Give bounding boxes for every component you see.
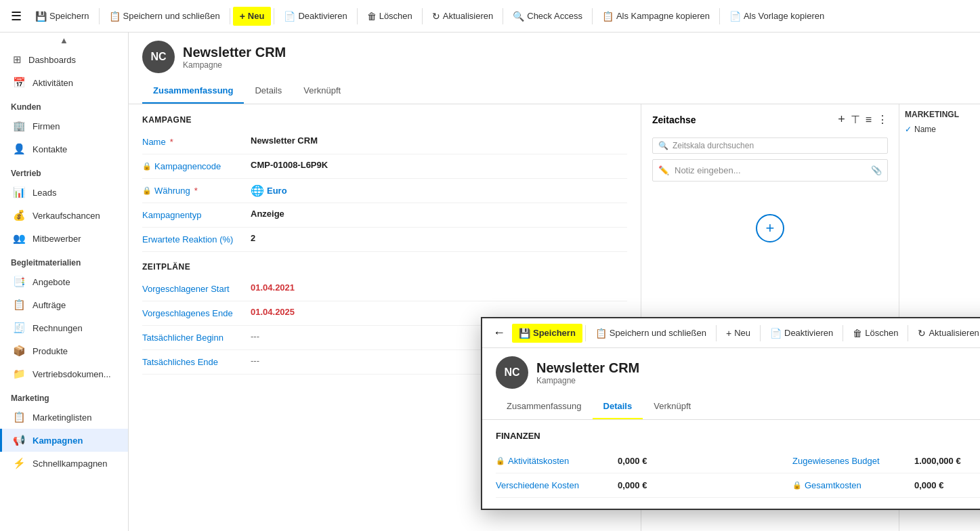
sidebar-item-dashboards[interactable]: ⊞Dashboards bbox=[0, 48, 128, 71]
sub-save-close-icon: 📋 bbox=[595, 328, 607, 339]
timeline-search[interactable]: 🔍 Zeitskala durchsuchen bbox=[652, 137, 888, 154]
sub-tab-details[interactable]: Details bbox=[593, 394, 643, 419]
zeitplaene-label: Vorgeschlagener Start bbox=[142, 282, 251, 294]
sidebar-item-schnellkampagnen[interactable]: ⚡Schnellkampagnen bbox=[0, 452, 128, 475]
field-value: Anzeige bbox=[251, 209, 627, 219]
field-label: 🔒Kampagnencode bbox=[142, 160, 251, 171]
sub-save-close-button[interactable]: 📋Speichern und schließen bbox=[589, 324, 713, 343]
rechnungen-nav-icon: 🧾 bbox=[13, 322, 26, 334]
sub-back-button[interactable]: ← bbox=[488, 323, 511, 343]
sidebar-item-rechnungen[interactable]: 🧾Rechnungen bbox=[0, 316, 128, 339]
auftraege-nav-icon: 📋 bbox=[13, 299, 26, 311]
sub-record-title: Newsletter CRM bbox=[536, 360, 639, 376]
note-placeholder: Notiz eingeben... bbox=[675, 165, 741, 175]
delete-button[interactable]: 🗑Löschen bbox=[360, 7, 419, 26]
update-button[interactable]: ↻Aktualisieren bbox=[425, 7, 500, 26]
zeitplaene-label: Vorgeschlagenes Ende bbox=[142, 307, 251, 318]
save-close-icon: 📋 bbox=[109, 11, 121, 22]
sidebar-scroll-up[interactable]: ▲ bbox=[0, 33, 128, 48]
sub-save-icon: 💾 bbox=[519, 328, 530, 339]
save-button[interactable]: 💾Speichern bbox=[28, 7, 96, 26]
hamburger-menu[interactable]: ☰ bbox=[5, 5, 27, 28]
sidebar-item-vertriebsdokumente[interactable]: 📁Vertriebsdokumen... bbox=[0, 362, 128, 385]
tab-details[interactable]: Details bbox=[244, 79, 293, 104]
tab-zusammenfassung[interactable]: Zusammenfassung bbox=[142, 79, 244, 104]
check-access-icon: 🔍 bbox=[513, 11, 524, 22]
sidebar-item-angebote[interactable]: 📑Angebote bbox=[0, 270, 128, 293]
timeline-add-icon[interactable]: + bbox=[838, 112, 845, 127]
delete-icon: 🗑 bbox=[367, 11, 377, 22]
verschiedene-kosten-value: 0,000 € bbox=[618, 480, 792, 490]
field-value: CMP-01008-L6P9K bbox=[251, 160, 627, 170]
zeitplaene-value: 01.04.2025 bbox=[251, 307, 627, 317]
kampagne-field-row: Erwartete Reaktion (%) 2 bbox=[142, 228, 627, 252]
verkaufschancen-nav-icon: 💰 bbox=[13, 209, 26, 221]
sidebar-label-mitbewerber: Mitbewerber bbox=[33, 234, 81, 244]
deactivate-button[interactable]: 📄Deaktivieren bbox=[277, 7, 354, 26]
marketinglisten-nav-icon: 📋 bbox=[13, 411, 26, 423]
deactivate-icon: 📄 bbox=[284, 11, 295, 22]
zeitplaene-section-header: ZEITPLÄNE bbox=[142, 262, 627, 277]
schnellkampagnen-nav-icon: ⚡ bbox=[13, 457, 26, 469]
kampagnen-nav-icon: 📢 bbox=[13, 434, 26, 446]
sidebar-label-leads: Leads bbox=[33, 188, 56, 198]
sidebar-section-kunden: Kunden bbox=[0, 94, 128, 114]
sidebar-item-marketinglisten[interactable]: 📋Marketinglisten bbox=[0, 406, 128, 429]
tab-verknuepft[interactable]: Verknüpft bbox=[293, 79, 351, 104]
new-button[interactable]: +Neu bbox=[233, 7, 272, 26]
sidebar-item-firmen[interactable]: 🏢Firmen bbox=[0, 114, 128, 137]
copy-template-button[interactable]: 📄Als Vorlage kopieren bbox=[723, 7, 831, 26]
sub-deactivate-button[interactable]: 📄Deaktivieren bbox=[763, 324, 840, 343]
marketing-name-label: Name bbox=[914, 125, 936, 134]
timeline-add-circle[interactable]: + bbox=[756, 214, 784, 242]
sidebar-item-mitbewerber[interactable]: 👥Mitbewerber bbox=[0, 227, 128, 250]
sidebar-item-produkte[interactable]: 📦Produkte bbox=[0, 339, 128, 362]
copy-template-icon: 📄 bbox=[729, 11, 741, 22]
sub-tab-zusammenfassung[interactable]: Zusammenfassung bbox=[496, 394, 593, 419]
timeline-more-icon[interactable]: ⋮ bbox=[877, 113, 888, 126]
sub-delete-button[interactable]: 🗑Löschen bbox=[846, 324, 905, 343]
gesamtkosten-value: 0,000 € bbox=[914, 480, 980, 490]
sidebar-item-auftraege[interactable]: 📋Aufträge bbox=[0, 293, 128, 316]
sidebar-item-verkaufschancen[interactable]: 💰Verkaufschancen bbox=[0, 204, 128, 227]
timeline-search-icon: 🔍 bbox=[658, 141, 668, 150]
sidebar-label-dashboards: Dashboards bbox=[28, 55, 76, 65]
check-access-button[interactable]: 🔍Check Access bbox=[506, 7, 589, 26]
new-icon: + bbox=[240, 11, 245, 22]
lock-gesamt-icon: 🔒 bbox=[792, 481, 802, 490]
sub-tab-verknuepft[interactable]: Verknüpft bbox=[643, 394, 702, 419]
field-value: 🌐Euro bbox=[251, 184, 627, 197]
leads-nav-icon: 📊 bbox=[13, 186, 26, 198]
zeitplaene-value: 01.04.2021 bbox=[251, 282, 627, 293]
sub-field-zugewiesenes-budget: Zugewiesenes Budget 1.000,000 € bbox=[792, 449, 980, 473]
timeline-note-input[interactable]: ✏️ Notiz eingeben... 📎 bbox=[652, 159, 888, 182]
timeline-list-icon[interactable]: ≡ bbox=[866, 114, 872, 126]
sidebar-item-activities[interactable]: 📅Aktivitäten bbox=[0, 71, 128, 94]
timeline-actions: + ⊤ ≡ ⋮ bbox=[838, 112, 888, 127]
sidebar-item-kontakte[interactable]: 👤Kontakte bbox=[0, 137, 128, 161]
sub-new-button[interactable]: +Neu bbox=[719, 324, 757, 343]
sub-record-header: NC Newsletter CRM Kampagne bbox=[482, 348, 980, 389]
firmen-nav-icon: 🏢 bbox=[13, 120, 26, 132]
kontakte-nav-icon: 👤 bbox=[13, 143, 26, 155]
save-close-button[interactable]: 📋Speichern und schließen bbox=[102, 7, 227, 26]
zeitplaene-label: Tatsächlicher Beginn bbox=[142, 331, 251, 343]
sub-update-button[interactable]: ↻Aktualisieren bbox=[911, 324, 980, 343]
required-indicator: * bbox=[170, 137, 173, 147]
field-label: Name* bbox=[142, 135, 251, 147]
angebote-nav-icon: 📑 bbox=[13, 276, 26, 288]
timeline-filter-icon[interactable]: ⊤ bbox=[851, 113, 860, 126]
kampagne-field-row: 🔒Kampagnencode CMP-01008-L6P9K bbox=[142, 154, 627, 179]
kampagne-section-header: KAMPAGNE bbox=[142, 115, 627, 130]
sub-field-aktivitaetskosten: 🔒 Aktivitätskosten 0,000 € bbox=[496, 449, 792, 473]
record-title: Newsletter CRM bbox=[183, 45, 286, 60]
copy-campaign-button[interactable]: 📋Als Kampagne kopieren bbox=[595, 7, 717, 26]
avatar: NC bbox=[142, 41, 175, 73]
sidebar-label-firmen: Firmen bbox=[33, 121, 60, 131]
sidebar-item-leads[interactable]: 📊Leads bbox=[0, 181, 128, 204]
update-icon: ↻ bbox=[432, 11, 440, 22]
vertriebsdokumente-nav-icon: 📁 bbox=[13, 368, 26, 380]
sub-save-button[interactable]: 💾Speichern bbox=[512, 324, 582, 343]
sidebar-item-kampagnen[interactable]: 📢Kampagnen bbox=[0, 429, 128, 452]
sub-dialog: ← 💾Speichern📋Speichern und schließen+Neu… bbox=[481, 317, 980, 510]
